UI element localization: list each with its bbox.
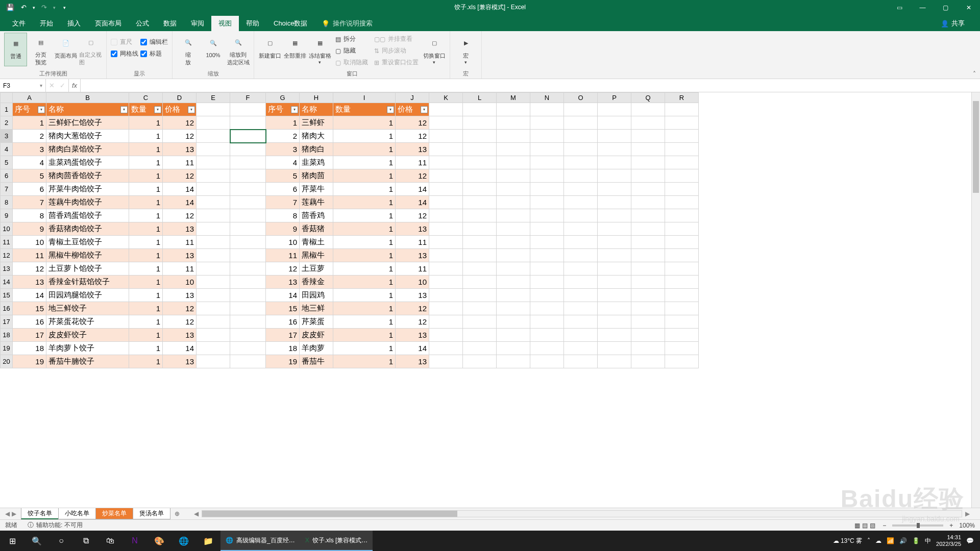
tab-home[interactable]: 开始 (33, 16, 60, 31)
cell[interactable] (463, 103, 497, 116)
column-header-K[interactable]: K (429, 93, 463, 103)
tab-choice-data[interactable]: Choice数据 (266, 16, 314, 31)
name-box[interactable]: ▾ (0, 79, 46, 92)
header-name-2[interactable]: 名称 (300, 103, 333, 116)
row-header-18[interactable]: 18 (1, 329, 13, 342)
cell[interactable]: 13 (396, 222, 429, 236)
cell[interactable] (497, 143, 530, 156)
cell[interactable]: 韭菜鸡 (300, 156, 333, 169)
cell[interactable] (429, 209, 463, 222)
row-header-5[interactable]: 5 (1, 156, 13, 169)
cell[interactable]: 5 (266, 169, 300, 183)
cell[interactable] (530, 355, 564, 368)
cell[interactable] (598, 103, 631, 116)
cell[interactable] (530, 276, 564, 289)
cell[interactable] (598, 143, 631, 156)
row-header-8[interactable]: 8 (1, 196, 13, 209)
redo-dropdown[interactable]: ▾ (51, 2, 57, 14)
cell[interactable] (197, 236, 230, 249)
view-side-by-side-button[interactable]: ▢▢并排查看 (372, 34, 421, 44)
cell[interactable]: 三鲜虾 (300, 116, 333, 130)
cell[interactable] (564, 249, 598, 262)
cell[interactable] (429, 116, 463, 130)
cell[interactable]: 6 (13, 183, 46, 196)
cell[interactable] (230, 249, 266, 262)
hide-button[interactable]: ▢隐藏 (333, 45, 370, 56)
cell[interactable] (665, 276, 699, 289)
cell[interactable] (497, 329, 530, 342)
search-button[interactable]: 🔍 (24, 531, 49, 551)
cell[interactable]: 4 (266, 156, 300, 169)
cell[interactable]: 14 (13, 289, 46, 302)
horizontal-scrollbar[interactable]: ◀ ▶ (184, 508, 980, 519)
cell[interactable] (429, 130, 463, 143)
cell[interactable] (497, 315, 530, 329)
cell[interactable]: 1 (129, 116, 163, 130)
cell[interactable]: 羊肉萝 (300, 342, 333, 355)
sheet-tab-jiaozi[interactable]: 饺子名单 (21, 508, 59, 519)
cell[interactable]: 1 (333, 156, 396, 169)
cell[interactable] (598, 249, 631, 262)
maximize-button[interactable]: ▢ (934, 0, 957, 15)
cell[interactable] (665, 249, 699, 262)
cell[interactable]: 1 (129, 249, 163, 262)
cell[interactable]: 黑椒牛 (300, 249, 333, 262)
cell[interactable] (530, 183, 564, 196)
cell[interactable]: 17 (266, 329, 300, 342)
header-qty-2[interactable]: 数量▾ (333, 103, 396, 116)
cell[interactable] (564, 156, 598, 169)
tab-view[interactable]: 视图 (211, 16, 239, 31)
normal-view-button[interactable]: ▦普通 (4, 33, 27, 66)
minimize-button[interactable]: — (911, 0, 934, 15)
cell[interactable] (598, 289, 631, 302)
cell[interactable] (631, 329, 665, 342)
cell[interactable] (197, 103, 230, 116)
cell[interactable]: 18 (266, 342, 300, 355)
zoom-slider[interactable] (892, 524, 943, 527)
column-header-P[interactable]: P (598, 93, 631, 103)
cell[interactable] (631, 355, 665, 368)
column-header-F[interactable]: F (230, 93, 266, 103)
cell[interactable] (429, 156, 463, 169)
cell[interactable] (429, 222, 463, 236)
spreadsheet-grid[interactable]: ABCDEFGHIJKLMNOPQR 1序号▾名称▾数量▾价格▾序号▾名称数量▾… (0, 92, 980, 508)
cell[interactable] (530, 236, 564, 249)
battery-icon[interactable]: 🔋 (912, 537, 920, 544)
cell[interactable] (197, 183, 230, 196)
wifi-icon[interactable]: 📶 (887, 537, 894, 544)
cell[interactable]: 2 (13, 130, 46, 143)
cell[interactable]: 番茄牛腩饺子 (46, 355, 129, 368)
cell[interactable]: 猪肉白菜馅饺子 (46, 143, 129, 156)
cell[interactable] (564, 342, 598, 355)
cell[interactable]: 1 (333, 236, 396, 249)
column-header-E[interactable]: E (197, 93, 230, 103)
cell[interactable] (197, 262, 230, 276)
save-button[interactable]: 💾 (4, 2, 16, 14)
sheet-tab-xiaochi[interactable]: 小吃名单 (58, 508, 96, 519)
cell[interactable] (463, 302, 497, 315)
cell[interactable]: 1 (333, 116, 396, 130)
cell[interactable] (230, 116, 266, 130)
cell[interactable] (497, 302, 530, 315)
cell[interactable] (429, 355, 463, 368)
row-header-11[interactable]: 11 (1, 236, 13, 249)
cell[interactable] (497, 103, 530, 116)
cell[interactable] (429, 103, 463, 116)
cell[interactable] (665, 262, 699, 276)
cell[interactable] (665, 302, 699, 315)
cell[interactable]: 1 (129, 143, 163, 156)
header-name[interactable]: 名称▾ (46, 103, 129, 116)
column-header-M[interactable]: M (497, 93, 530, 103)
cell[interactable] (429, 262, 463, 276)
tray-chevron[interactable]: ˄ (867, 537, 870, 544)
cell[interactable]: 12 (266, 262, 300, 276)
cell[interactable]: 1 (333, 130, 396, 143)
cell[interactable]: 12 (396, 169, 429, 183)
cell[interactable]: 芹菜牛 (300, 183, 333, 196)
column-header-H[interactable]: H (300, 93, 333, 103)
cell[interactable]: 17 (13, 329, 46, 342)
cell[interactable]: 16 (266, 315, 300, 329)
cell[interactable]: 10 (13, 236, 46, 249)
cell[interactable] (631, 156, 665, 169)
cell[interactable]: 青椒土豆馅饺子 (46, 236, 129, 249)
